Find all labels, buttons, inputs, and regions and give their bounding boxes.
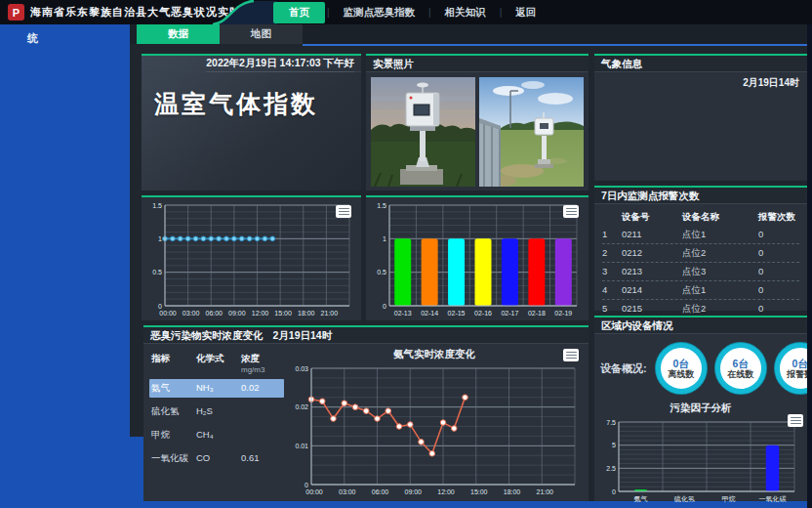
table-cell: 0215 — [622, 303, 682, 316]
device-stat-circle: 0台离线数 — [656, 343, 707, 394]
app-root: 统 P 海南省乐东黎族自治县大气恶臭状况实时发布系 首页|监测点恶臭指数|相关知… — [0, 0, 812, 508]
chart-menu-icon[interactable] — [563, 349, 579, 361]
table-cell: 0214 — [622, 284, 682, 297]
table-cell: 3 — [602, 266, 622, 278]
svg-text:0.03: 0.03 — [295, 365, 308, 372]
pollutant-panel-header: 恶臭污染物实时浓度变化 2月19日14时 — [143, 327, 589, 344]
table-cell: 4 — [602, 284, 622, 297]
tab-data[interactable]: 数据 — [137, 24, 220, 44]
svg-text:06:00: 06:00 — [205, 310, 223, 317]
greeting-panel-header: 2022年2月19日 14:17:03 下午好 — [142, 56, 361, 72]
svg-text:氨气: 氨气 — [634, 495, 648, 502]
photo-strip — [366, 72, 589, 191]
photo-panel: 实景照片 — [366, 54, 589, 190]
table-cell: 0.61 — [241, 452, 280, 463]
svg-text:02-17: 02-17 — [501, 310, 518, 317]
stat-count: 0台 — [792, 358, 808, 369]
top-nav-bar: P 海南省乐东黎族自治县大气恶臭状况实时发布系 首页|监测点恶臭指数|相关知识|… — [0, 0, 812, 24]
tab-map[interactable]: 地图 — [220, 24, 303, 44]
svg-text:06:00: 06:00 — [372, 488, 389, 495]
svg-text:02-16: 02-16 — [474, 310, 492, 317]
table-cell: 0 — [758, 303, 799, 316]
device-stat-circle: 6台在线数 — [715, 343, 766, 394]
column-header: 设备名称 — [682, 211, 758, 224]
chart-menu-icon[interactable] — [788, 414, 803, 427]
table-cell: CH₄ — [196, 429, 241, 440]
svg-text:15:00: 15:00 — [470, 488, 488, 495]
pollutant-row[interactable]: 甲烷CH₄ — [149, 426, 284, 444]
alarm-panel-title: 7日内监测点报警次数 — [594, 188, 807, 204]
pollution-analysis-title: 污染因子分析 — [594, 402, 807, 415]
svg-text:0.5: 0.5 — [152, 269, 162, 275]
chart-menu-icon[interactable] — [336, 205, 351, 218]
svg-text:1: 1 — [383, 235, 386, 242]
pollution-factor-chart: 氨气硫化氢甲烷一氧化碳02.557.5 — [599, 416, 802, 504]
current-datetime: 2022年2月19日 14:17:03 下午好 — [206, 55, 354, 72]
svg-text:00:00: 00:00 — [159, 310, 177, 317]
svg-text:18:00: 18:00 — [298, 310, 315, 317]
pollutant-row[interactable]: 氨气NH₃0.02 — [149, 379, 284, 398]
tabbar-bottom-line — [303, 44, 807, 46]
stat-label: 在线数 — [727, 369, 753, 380]
svg-text:09:00: 09:00 — [404, 488, 422, 495]
column-header: 浓度mg/m3 — [241, 353, 280, 374]
svg-text:21:00: 21:00 — [321, 310, 339, 317]
svg-text:一氧化碳: 一氧化碳 — [759, 495, 787, 503]
svg-text:02-15: 02-15 — [448, 310, 466, 317]
pollutant-row[interactable]: 一氧化碳CO0.61 — [149, 449, 284, 468]
right-edge-strip — [807, 24, 812, 508]
pollutant-table: 指标化学式浓度mg/m3氨气NH₃0.02硫化氢H₂S甲烷CH₄一氧化碳CO0.… — [149, 348, 284, 497]
svg-text:03:00: 03:00 — [183, 310, 200, 317]
ammonia-concentration-chart: 00:0003:0006:0009:0012:0015:0018:0021:00… — [286, 362, 583, 497]
svg-text:1.5: 1.5 — [377, 202, 386, 209]
nav-separator: | — [500, 7, 503, 18]
table-cell: 点位2 — [682, 303, 758, 316]
column-header — [602, 211, 622, 224]
sidebar: 统 — [0, 24, 130, 508]
svg-text:0: 0 — [158, 303, 162, 310]
photo-panel-title: 实景照片 — [366, 56, 589, 72]
svg-text:0.5: 0.5 — [377, 269, 386, 275]
chart-menu-icon[interactable] — [563, 205, 579, 218]
table-cell: 点位3 — [682, 266, 758, 278]
greenhouse-index-chart: 00:0003:0006:0009:0012:0015:0018:0021:00… — [143, 199, 357, 318]
nav-item-odor-index[interactable]: 监测点恶臭指数 — [332, 2, 427, 23]
svg-text:18:00: 18:00 — [504, 488, 521, 495]
swoosh-decoration-icon — [213, 0, 277, 24]
nav-item-back[interactable]: 返回 — [504, 2, 548, 23]
site-photo-field — [479, 77, 584, 187]
table-cell: 硫化氢 — [151, 405, 196, 418]
table-cell: 0.02 — [241, 382, 280, 393]
table-cell: 0213 — [622, 266, 682, 278]
pollutant-row[interactable]: 硫化氢H₂S — [149, 402, 284, 421]
nav-item-knowledge[interactable]: 相关知识 — [433, 2, 498, 23]
column-header: 化学式 — [196, 353, 241, 365]
nav-separator: | — [428, 7, 431, 18]
table-cell: 1 — [602, 229, 622, 241]
tab-bar: 数据地图 — [130, 24, 807, 44]
svg-text:12:00: 12:00 — [252, 310, 269, 317]
table-cell: 0212 — [622, 247, 682, 260]
page-title: 温室气体指数 — [142, 72, 361, 120]
table-cell: 点位2 — [682, 247, 758, 260]
svg-text:甲烷: 甲烷 — [722, 495, 736, 503]
table-cell: 点位1 — [682, 229, 758, 241]
table-cell: 0 — [758, 284, 799, 297]
svg-text:0.02: 0.02 — [295, 403, 308, 410]
svg-text:1.5: 1.5 — [152, 202, 162, 209]
table-cell: 一氧化碳 — [151, 452, 196, 465]
svg-text:02-13: 02-13 — [394, 310, 412, 317]
svg-text:21:00: 21:00 — [536, 488, 553, 495]
table-cell: CO — [196, 452, 241, 463]
svg-text:0: 0 — [383, 303, 386, 310]
greenhouse-index-chart-panel: 00:0003:0006:0009:0012:0015:0018:0021:00… — [142, 195, 361, 320]
table-row: 20212点位20 — [602, 244, 799, 263]
svg-text:02-14: 02-14 — [421, 310, 438, 317]
table-cell: 0 — [758, 229, 799, 241]
nav-item-home[interactable]: 首页 — [273, 2, 325, 23]
device-overview-label: 设备概况: — [600, 361, 647, 376]
table-cell: H₂S — [196, 405, 241, 416]
device-stats-row: 设备概况: 0台离线数6台在线数0台报警数 — [594, 334, 807, 398]
column-header: 报警次数 — [758, 211, 799, 224]
ammonia-chart-area: 氨气实时浓度变化 00:0003:0006:0009:0012:0015:001… — [284, 348, 585, 497]
